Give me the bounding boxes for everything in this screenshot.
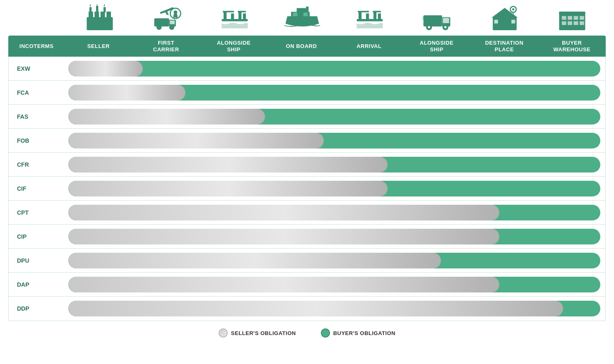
legend: SELLER'S OBLIGATION BUYER'S OBLIGATION (8, 328, 606, 338)
svg-rect-63 (580, 21, 584, 25)
seller-legend-dot (219, 328, 228, 338)
bar-area (68, 109, 600, 125)
table-row: FOB (9, 129, 605, 153)
svg-rect-5 (89, 7, 91, 12)
header-alongside-ship-2: ALONGSIDE SHIP (403, 36, 470, 57)
buyer-bar (68, 61, 600, 77)
seller-bar (68, 85, 185, 101)
first-carrier-icon (134, 4, 201, 34)
svg-point-45 (428, 26, 430, 28)
on-board-icon (269, 4, 336, 34)
seller-bar (68, 61, 143, 77)
header-row: INCOTERMS SELLER FIRST CARRIER ALONGSIDE… (8, 36, 606, 57)
svg-point-53 (512, 8, 514, 10)
svg-rect-42 (443, 18, 449, 23)
svg-rect-51 (511, 20, 515, 24)
row-label: DAP (9, 281, 67, 288)
bar-area (68, 181, 600, 196)
row-label: DDP (9, 305, 67, 312)
seller-bar (68, 229, 499, 244)
seller-bar (68, 157, 388, 172)
svg-rect-60 (561, 21, 566, 25)
svg-rect-10 (154, 18, 169, 26)
header-buyer-warehouse: BUYER WAREHOUSE (538, 36, 606, 57)
svg-rect-21 (224, 12, 226, 19)
svg-rect-9 (103, 23, 108, 30)
bar-area (68, 277, 600, 292)
bar-area (68, 61, 600, 77)
svg-rect-22 (231, 14, 234, 19)
row-label: CIP (9, 233, 67, 240)
svg-rect-40 (424, 15, 442, 26)
bar-area (68, 85, 600, 101)
buyer-legend-item: BUYER'S OBLIGATION (321, 328, 396, 338)
svg-point-19 (176, 16, 178, 18)
svg-point-18 (173, 16, 176, 18)
svg-rect-37 (378, 14, 381, 19)
header-seller: SELLER (65, 36, 132, 57)
svg-rect-36 (373, 12, 376, 19)
svg-rect-4 (107, 12, 111, 17)
svg-rect-38 (358, 11, 369, 12)
seller-bar (68, 253, 441, 268)
svg-rect-32 (306, 7, 308, 12)
table-row: FCA (9, 81, 605, 105)
svg-rect-24 (243, 14, 246, 19)
seller-icon (66, 4, 134, 34)
svg-rect-7 (104, 7, 106, 12)
table-row: EXW (9, 57, 605, 81)
seller-bar (68, 181, 388, 196)
bar-area (68, 133, 600, 148)
svg-rect-30 (298, 12, 303, 16)
svg-rect-8 (92, 23, 97, 30)
svg-rect-6 (96, 6, 98, 12)
header-alongside-ship-1: ALONGSIDE SHIP (200, 36, 267, 57)
row-label: FAS (9, 113, 67, 120)
svg-rect-3 (101, 12, 105, 17)
svg-rect-58 (573, 16, 578, 20)
arrival-icon (336, 4, 404, 34)
table-row: DAP (9, 273, 605, 297)
header-first-carrier: FIRST CARRIER (132, 36, 200, 57)
svg-rect-2 (95, 12, 99, 17)
seller-bar (68, 277, 499, 292)
svg-rect-50 (494, 20, 498, 24)
svg-rect-55 (559, 12, 585, 14)
seller-bar (68, 301, 563, 316)
row-label: FCA (9, 89, 67, 96)
svg-rect-29 (293, 12, 298, 16)
destination-place-icon (471, 4, 538, 34)
buyer-legend-label: BUYER'S OBLIGATION (333, 330, 396, 336)
bar-area (68, 205, 600, 220)
header-on-board: ON BOARD (267, 36, 335, 57)
svg-rect-25 (223, 11, 234, 12)
svg-point-13 (169, 25, 175, 30)
seller-bar (68, 133, 324, 148)
svg-rect-28 (297, 8, 306, 12)
svg-rect-64 (568, 26, 576, 30)
svg-rect-39 (373, 11, 381, 12)
svg-rect-1 (89, 12, 93, 17)
row-label: EXW (9, 65, 67, 72)
seller-bar (68, 109, 265, 125)
svg-point-16 (174, 10, 178, 14)
svg-rect-62 (573, 21, 578, 25)
svg-rect-0 (87, 17, 113, 31)
table-row: CFR (9, 153, 605, 177)
header-destination-place: DESTINATION PLACE (470, 36, 538, 57)
svg-rect-35 (366, 14, 369, 19)
header-incoterms: INCOTERMS (8, 36, 65, 57)
alongside-ship-2-icon (403, 4, 471, 34)
bar-area (68, 253, 600, 268)
icon-row (66, 4, 606, 34)
table-row: CPT (9, 201, 605, 225)
table-row: FAS (9, 105, 605, 129)
svg-rect-49 (501, 23, 507, 30)
row-label: CPT (9, 209, 67, 216)
svg-rect-59 (580, 16, 584, 20)
bar-area (68, 229, 600, 244)
seller-bar (68, 205, 499, 220)
table-row: DPU (9, 249, 605, 273)
seller-legend-item: SELLER'S OBLIGATION (219, 328, 296, 338)
svg-rect-34 (359, 12, 361, 19)
